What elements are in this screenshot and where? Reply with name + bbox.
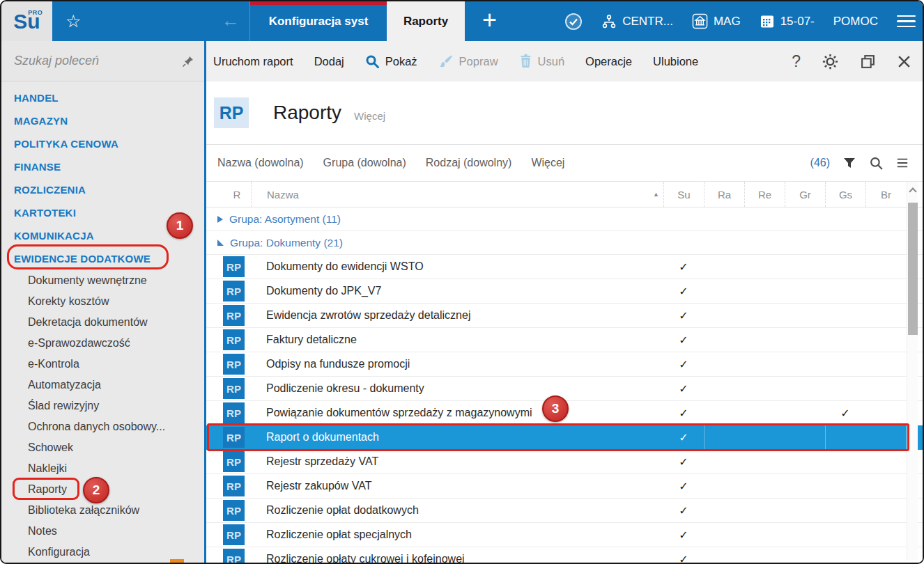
col-header-gs[interactable]: Gs bbox=[825, 182, 865, 207]
col-header-r[interactable]: R bbox=[223, 182, 251, 207]
help-button[interactable]: ? bbox=[792, 52, 801, 71]
sidebar-item-slad-rewizyjny[interactable]: Ślad rewizyjny bbox=[1, 395, 204, 416]
sidebar-sub-menu: Dokumenty wewnętrzne Korekty kosztów Dek… bbox=[1, 270, 204, 563]
main-menu-icon[interactable] bbox=[897, 15, 916, 28]
group-row-dokumenty[interactable]: Grupa: Dokumenty (21) bbox=[206, 231, 923, 255]
sync-status-icon[interactable] bbox=[564, 13, 583, 31]
table-row[interactable]: RP Rozliczenie opłat dodatkowych ✓ bbox=[206, 499, 923, 523]
sidebar-item-automatyzacja[interactable]: Automatyzacja bbox=[1, 375, 204, 395]
app-window: SuPRO ☆ ← Konfiguracja syst Raporty + CE… bbox=[0, 0, 924, 564]
sidebar-item-e-kontrola[interactable]: e-Kontrola bbox=[1, 354, 204, 375]
sidebar-divider bbox=[204, 41, 206, 563]
favorites-button[interactable]: Ulubione bbox=[653, 55, 698, 68]
tab-raporty[interactable]: Raporty bbox=[387, 1, 465, 41]
report-name: Rozliczenie opłat specjalnych bbox=[251, 528, 663, 541]
sidebar-item-rozliczenia[interactable]: ROZLICZENIA bbox=[1, 178, 204, 201]
search-input[interactable] bbox=[14, 54, 182, 68]
scrollbar-up-icon[interactable] bbox=[907, 182, 918, 198]
table-row[interactable]: RP Faktury detaliczne ✓ bbox=[206, 328, 923, 352]
filter-list-icon[interactable] bbox=[896, 157, 909, 169]
sidebar-item-schowek[interactable]: Schowek bbox=[1, 437, 204, 458]
col-header-br[interactable]: Br bbox=[865, 182, 906, 207]
sidebar-item-korekty-kosztow[interactable]: Korekty kosztów bbox=[1, 291, 204, 312]
group-row-asortyment[interactable]: Grupa: Asortyment (11) bbox=[206, 207, 923, 231]
branch-icon bbox=[601, 14, 617, 29]
sidebar-item-handel[interactable]: HANDEL bbox=[1, 86, 204, 109]
sidebar-item-magazyn[interactable]: MAGAZYN bbox=[1, 109, 204, 132]
sidebar-item-ewidencje-dodatkowe[interactable]: EWIDENCJE DODATKOWE bbox=[1, 247, 204, 270]
sidebar-item-dekretacja-dokumentow[interactable]: Dekretacja dokumentów bbox=[1, 312, 204, 333]
table-row[interactable]: RP Rozliczenie opłat specjalnych ✓ bbox=[206, 523, 923, 547]
sidebar-item-notes[interactable]: Notes bbox=[1, 521, 204, 542]
table-row[interactable]: RP Dokumenty do ewidencji WSTO ✓ bbox=[206, 255, 923, 279]
edit-button[interactable]: Popraw bbox=[438, 54, 498, 69]
module-toolbar: Uruchom raport Dodaj Pokaż Popraw Usuń O… bbox=[206, 41, 923, 81]
step-1-badge: 1 bbox=[167, 212, 193, 239]
show-search-icon bbox=[365, 54, 380, 69]
sidebar-item-dokumenty-wewnetrzne[interactable]: Dokumenty wewnętrzne bbox=[1, 270, 204, 291]
report-name: Raport o dokumentach bbox=[251, 431, 663, 444]
report-name: Powiązanie dokumentów sprzedaży z magazy… bbox=[251, 407, 663, 419]
report-type-badge: RP bbox=[223, 329, 245, 350]
date-selector[interactable]: 15-07- bbox=[760, 14, 815, 29]
col-header-nazwa[interactable]: Nazwa▲ bbox=[251, 182, 663, 207]
table-header: R Nazwa▲ Su Ra Re Gr Gs Br bbox=[206, 181, 923, 207]
table-row[interactable]: RP Podliczenie okresu - dokumenty ✓ bbox=[206, 377, 923, 401]
vertical-scrollbar[interactable] bbox=[907, 182, 918, 561]
favorites-star-icon[interactable]: ☆ bbox=[66, 11, 81, 31]
table-row[interactable]: RP Rozliczenie opłaty cukrowej i kofeino… bbox=[206, 547, 923, 564]
report-name: Rejestr zakupów VAT bbox=[251, 480, 663, 492]
col-header-re[interactable]: Re bbox=[744, 182, 785, 207]
group-collapse-icon[interactable] bbox=[217, 216, 223, 223]
table-row[interactable]: RP Dokumenty do JPK_V7 ✓ bbox=[206, 279, 923, 304]
pin-icon[interactable] bbox=[182, 55, 194, 68]
table-row[interactable]: RP Ewidencja zwrotów sprzedaży detaliczn… bbox=[206, 304, 923, 328]
sidebar-item-ochrona-danych[interactable]: Ochrona danych osobowy... bbox=[1, 416, 204, 437]
report-name: Ewidencja zwrotów sprzedaży detalicznej bbox=[251, 309, 663, 322]
group-expand-icon[interactable] bbox=[217, 240, 224, 246]
show-button[interactable]: Pokaż bbox=[365, 54, 417, 69]
sidebar-item-naklejki[interactable]: Naklejki bbox=[1, 458, 204, 479]
warehouse-icon bbox=[692, 13, 708, 29]
table-row[interactable]: RP Rejestr zakupów VAT ✓ bbox=[206, 474, 923, 499]
report-type-badge: RP bbox=[223, 378, 245, 399]
sidebar-item-biblioteka-zalacznikow[interactable]: Biblioteka załączników bbox=[1, 500, 204, 521]
close-icon[interactable] bbox=[897, 54, 911, 69]
filter-rodzaj[interactable]: Rodzaj (dowolny) bbox=[426, 157, 512, 169]
operations-button[interactable]: Operacje bbox=[585, 55, 632, 68]
add-button[interactable]: Dodaj bbox=[314, 55, 344, 68]
run-report-button[interactable]: Uruchom raport bbox=[213, 55, 293, 68]
col-header-gr[interactable]: Gr bbox=[785, 182, 825, 207]
col-header-su[interactable]: Su bbox=[663, 182, 704, 207]
back-icon[interactable]: ← bbox=[222, 10, 240, 31]
report-name: Rozliczenie opłat dodatkowych bbox=[251, 504, 663, 517]
settings-gear-icon[interactable] bbox=[822, 53, 839, 70]
trash-icon bbox=[519, 54, 532, 69]
sidebar-item-e-sprawozdawczosc[interactable]: e-Sprawozdawczość bbox=[1, 333, 204, 354]
filter-funnel-icon[interactable] bbox=[842, 156, 856, 170]
help-menu[interactable]: POMOC bbox=[833, 15, 878, 29]
cascade-windows-icon[interactable] bbox=[860, 54, 876, 70]
filter-wiecej[interactable]: Więcej bbox=[531, 157, 564, 169]
filter-search-icon[interactable] bbox=[869, 156, 884, 171]
table-row[interactable]: RP Rejestr sprzedaży VAT ✓ bbox=[206, 450, 923, 474]
report-type-badge: RP bbox=[223, 524, 245, 545]
bottom-orange-marker bbox=[170, 559, 184, 563]
table-row[interactable]: RP Odpisy na fundusze promocji ✓ bbox=[206, 352, 923, 377]
sidebar-item-finanse[interactable]: FINANSE bbox=[1, 155, 204, 178]
sidebar-item-polityka-cenowa[interactable]: POLITYKA CENOWA bbox=[1, 132, 204, 155]
branch-selector[interactable]: CENTR... bbox=[601, 14, 673, 29]
report-type-badge: RP bbox=[223, 281, 245, 301]
filter-grupa[interactable]: Grupa (dowolna) bbox=[323, 157, 406, 169]
table-row-selected[interactable]: RP Raport o dokumentach ✓ bbox=[206, 425, 923, 450]
new-tab-icon[interactable]: + bbox=[482, 6, 497, 35]
scrollbar-thumb[interactable] bbox=[908, 203, 918, 335]
entity-more-link[interactable]: Więcej bbox=[354, 104, 385, 122]
filter-bar: Nazwa (dowolna) Grupa (dowolna) Rodzaj (… bbox=[206, 144, 923, 181]
col-header-ra[interactable]: Ra bbox=[704, 182, 744, 207]
tab-konfiguracja[interactable]: Konfiguracja syst bbox=[249, 1, 387, 41]
filter-nazwa[interactable]: Nazwa (dowolna) bbox=[217, 157, 304, 169]
warehouse-selector[interactable]: MAG bbox=[692, 13, 741, 29]
entity-badge: RP bbox=[214, 97, 249, 128]
delete-button[interactable]: Usuń bbox=[519, 54, 565, 69]
